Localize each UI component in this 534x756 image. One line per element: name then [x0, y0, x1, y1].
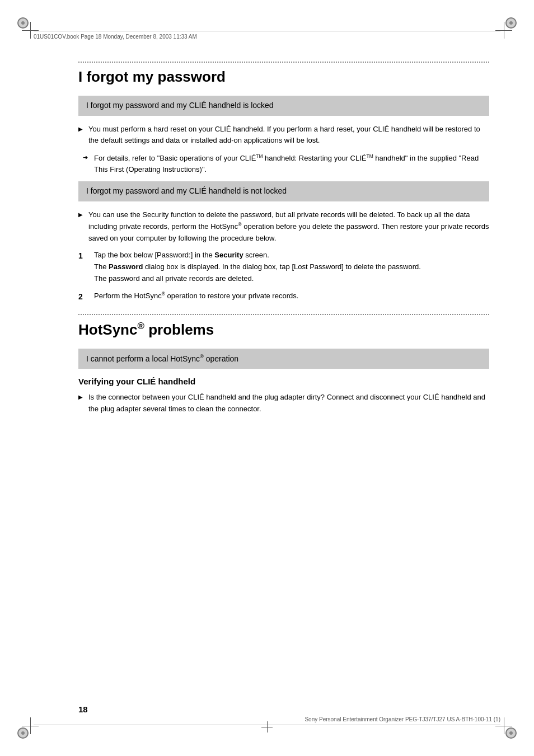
section1-title: I forgot my password	[78, 68, 489, 86]
header-bar: 01US01COV.book Page 18 Monday, December …	[34, 31, 500, 40]
main-content: I forgot my password I forgot my passwor…	[78, 62, 489, 711]
section1-box1-sub: For details, refer to "Basic operations …	[78, 152, 489, 176]
page-number: 18	[78, 705, 88, 714]
bottom-center-crosshair	[261, 721, 273, 732]
section1-box1-header: I forgot my password and my CLIÉ handhel…	[78, 96, 489, 116]
step1-number: 1	[78, 250, 90, 262]
numbered-steps: 1 Tap the box below [Password:] in the S…	[78, 250, 489, 303]
section1-divider	[78, 62, 489, 63]
section2-box1-header: I cannot perform a local HotSync® operat…	[78, 349, 489, 369]
step2-number: 2	[78, 290, 90, 303]
section2-subheading: Verifying your CLIÉ handheld	[78, 377, 489, 386]
footer-text: Sony Personal Entertainment Organizer PE…	[305, 716, 500, 722]
section1-box1-para: You must perform a hard reset on your CL…	[78, 124, 489, 147]
section2-title: HotSync® problems	[78, 321, 489, 339]
section2-para1: Is the connector between your CLIÉ handh…	[78, 392, 489, 415]
page: 01US01COV.book Page 18 Monday, December …	[0, 0, 534, 756]
section1-box2-header: I forgot my password and my CLIÉ handhel…	[78, 181, 489, 201]
section2-divider	[78, 314, 489, 315]
step1: 1 Tap the box below [Password:] in the S…	[78, 250, 489, 284]
step1-content: Tap the box below [Password:] in the Sec…	[94, 250, 489, 284]
step2: 2 Perform the HotSync® operation to rest…	[78, 290, 489, 303]
step2-content: Perform the HotSync® operation to restor…	[94, 290, 489, 302]
section1-box2-para: You can use the Security function to del…	[78, 209, 489, 245]
header-file-info: 01US01COV.book Page 18 Monday, December …	[34, 34, 197, 40]
section2: HotSync® problems I cannot perform a loc…	[78, 314, 489, 415]
